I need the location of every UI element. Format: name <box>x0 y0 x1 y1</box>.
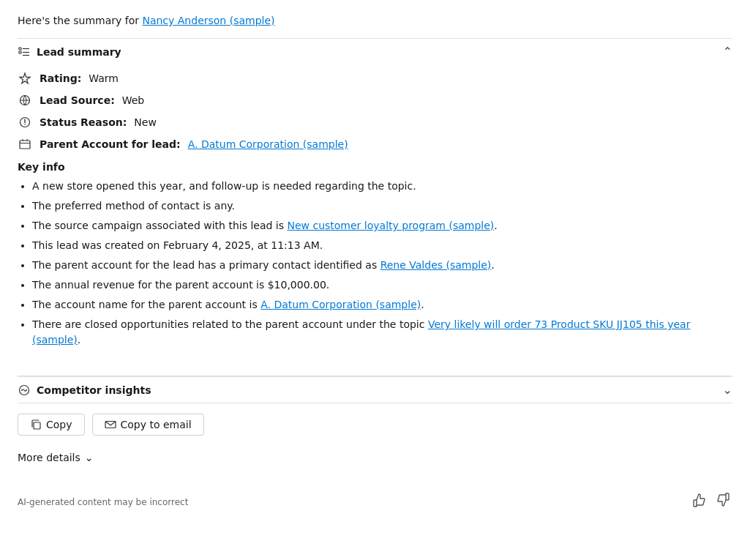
competitor-insights-section: Competitor insights ⌄ <box>18 376 732 403</box>
svg-point-16 <box>26 389 27 391</box>
key-info-title: Key info <box>18 161 732 173</box>
copy-button[interactable]: Copy <box>18 414 85 436</box>
list-item: The parent account for the lead has a pr… <box>32 258 732 273</box>
list-item: This lead was created on February 4, 202… <box>32 238 732 253</box>
thumbs-up-icon <box>691 493 706 507</box>
status-reason-label: Status Reason: <box>40 116 127 128</box>
rating-row: Rating: Warm <box>18 67 732 89</box>
lead-source-label: Lead Source: <box>40 94 115 106</box>
parent-account-link[interactable]: A. Datum Corporation (sample) <box>188 138 348 150</box>
svg-point-9 <box>24 124 26 125</box>
svg-rect-17 <box>34 422 40 429</box>
copy-icon <box>30 419 42 430</box>
list-item: There are closed opportunities related t… <box>32 317 732 348</box>
feedback-icons <box>690 491 732 512</box>
parent-account-label: Parent Account for lead: <box>40 138 181 150</box>
actions-row: Copy Copy to email <box>18 403 732 446</box>
parent-account-row: Parent Account for lead: A. Datum Corpor… <box>18 133 732 155</box>
intro-line: Here's the summary for Nancy Anderson (s… <box>18 15 732 26</box>
key-info-section: Key info A new store opened this year, a… <box>18 155 732 361</box>
footer-row: AI-generated content may be incorrect <box>18 484 732 512</box>
parent-account-value: A. Datum Corporation (sample) <box>188 138 348 150</box>
key-info-list: A new store opened this year, and follow… <box>18 179 732 348</box>
copy-label: Copy <box>46 419 72 430</box>
copy-to-email-button[interactable]: Copy to email <box>92 414 204 436</box>
opportunity-link[interactable]: Very likely will order 73 Product SKU JJ… <box>32 318 690 346</box>
competitor-insights-chevron-down-icon: ⌄ <box>723 383 732 397</box>
more-details-row[interactable]: More details ⌄ <box>18 446 732 469</box>
svg-rect-10 <box>20 141 30 149</box>
contact-link[interactable]: Rene Valdes (sample) <box>380 259 492 271</box>
lead-summary-content: Rating: Warm Lead Source: Web Status Rea… <box>18 64 732 370</box>
list-item: The preferred method of contact is any. <box>32 198 732 214</box>
lead-source-icon <box>18 93 32 108</box>
ai-disclaimer: AI-generated content may be incorrect <box>18 497 188 507</box>
more-details-label: More details <box>18 452 80 463</box>
list-item: The source campaign associated with this… <box>32 218 732 234</box>
rating-label: Rating: <box>40 72 81 84</box>
competitor-insights-header[interactable]: Competitor insights ⌄ <box>18 376 732 403</box>
thumbs-down-button[interactable] <box>715 491 732 512</box>
list-item: A new store opened this year, and follow… <box>32 179 732 194</box>
thumbs-up-button[interactable] <box>690 491 708 512</box>
copy-to-email-label: Copy to email <box>121 419 192 430</box>
lead-summary-title: Lead summary <box>37 46 121 58</box>
more-details-chevron-icon: ⌄ <box>85 452 94 463</box>
person-link[interactable]: Nancy Anderson (sample) <box>142 15 274 26</box>
status-reason-row: Status Reason: New <box>18 111 732 133</box>
lead-source-row: Lead Source: Web <box>18 89 732 111</box>
svg-point-15 <box>21 389 23 391</box>
thumbs-down-icon <box>716 493 731 507</box>
account-name-link[interactable]: A. Datum Corporation (sample) <box>260 299 421 310</box>
star-icon <box>18 71 32 86</box>
status-icon <box>18 115 32 130</box>
email-icon <box>105 419 116 430</box>
list-item: The account name for the parent account … <box>32 297 732 313</box>
campaign-link[interactable]: New customer loyalty program (sample) <box>287 220 494 231</box>
intro-text: Here's the summary for <box>18 15 139 26</box>
lead-summary-chevron-up-icon: ⌃ <box>723 45 732 59</box>
lead-summary-icon <box>18 45 31 59</box>
status-reason-value: New <box>134 116 157 128</box>
competitor-insights-icon <box>18 384 31 397</box>
lead-summary-header[interactable]: Lead summary ⌃ <box>18 38 732 64</box>
svg-rect-0 <box>19 48 21 50</box>
svg-rect-1 <box>19 51 21 53</box>
list-item: The annual revenue for the parent accoun… <box>32 277 732 293</box>
account-icon <box>18 137 32 152</box>
rating-value: Warm <box>89 72 119 84</box>
competitor-insights-title: Competitor insights <box>37 384 151 396</box>
lead-source-value: Web <box>122 94 145 106</box>
